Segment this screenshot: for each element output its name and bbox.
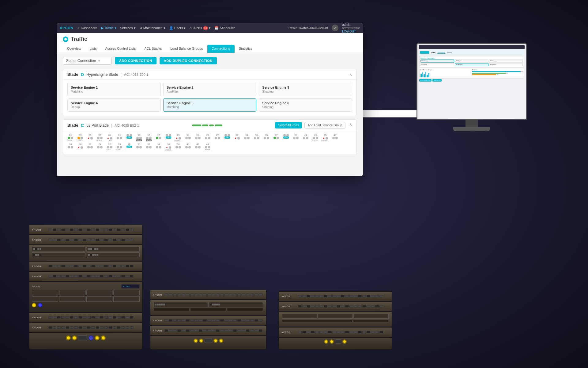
nav-right: Switch: switch-4k-36-220-10 A admin, adm… (288, 23, 360, 33)
port-07[interactable]: 07 okoko... (96, 134, 104, 142)
port-23[interactable]: 23 (194, 134, 202, 142)
nav-dashboard[interactable]: ✓ Dashboard (77, 26, 97, 30)
port-37[interactable]: 37 (272, 134, 281, 142)
traffic-title-row: Traffic (63, 36, 357, 42)
port-25[interactable]: 25 (203, 134, 212, 142)
logout-link[interactable]: LOG OUT (342, 30, 356, 33)
port-44[interactable]: 44 Delete... (203, 143, 212, 151)
port-13[interactable]: 13 10G (135, 134, 143, 142)
browser-window: APCON ✓ Dashboard ▶ Traffic ▾ Services ▾… (57, 23, 363, 176)
port-40[interactable]: 40 (184, 143, 192, 151)
service-engine-3[interactable]: Service Engine 3 Shaping (259, 83, 352, 96)
service-engine-1[interactable]: Service Engine 1 Matching (67, 83, 161, 96)
port-27[interactable]: 27 (213, 134, 222, 142)
service-engine-5[interactable]: Service Engine 5 Matching (163, 98, 257, 112)
port-19[interactable]: 19 ▲ markL... (174, 134, 183, 142)
port-39[interactable]: 39 (292, 134, 300, 142)
port-15[interactable]: 15 10G (145, 134, 153, 142)
port-21[interactable]: 21 (184, 134, 192, 142)
add-load-balance-button[interactable]: Add Load Balance Group (304, 122, 345, 128)
service-engine-6[interactable]: Service Engine 6 Shaping (259, 98, 352, 112)
port-34[interactable]: 34 (154, 143, 163, 151)
select-all-ports-button[interactable]: Select All Ports (275, 122, 302, 128)
content-area: Select Connection ▾ ADD CONNECTION ADD D… (57, 53, 363, 159)
rack-center-assembly: APCON (150, 290, 266, 350)
port-10g-c[interactable]: 10G (223, 134, 232, 142)
progress-green-3 (209, 125, 214, 126)
port-41[interactable]: 41 (301, 134, 310, 142)
blade-d-collapse[interactable]: ∧ (349, 72, 352, 77)
add-duplex-button[interactable]: ADD DUPLEX CONNECTION (160, 57, 217, 64)
page-title: Traffic (71, 36, 87, 42)
port-10g-a[interactable]: 10G (125, 134, 134, 142)
rack-base (29, 333, 142, 350)
port-30[interactable]: 30 (135, 143, 143, 151)
port-45[interactable]: 45 ▲ Delete... (321, 134, 330, 142)
rack-unit-1u-4: APCON (29, 271, 142, 281)
port-43[interactable]: 43 TestSp... (311, 134, 320, 142)
nav-traffic[interactable]: ▶ Traffic ▾ (101, 26, 116, 30)
select-connection-dropdown[interactable]: Select Connection ▾ (63, 57, 112, 65)
monitor-stand-neck (466, 120, 478, 127)
port-38[interactable]: 38 (174, 143, 183, 151)
port-24[interactable]: 24 (96, 143, 104, 151)
port-31[interactable]: 31 (243, 134, 251, 142)
tab-overview[interactable]: Overview (63, 45, 85, 53)
port-28-10g[interactable]: 10G (125, 143, 134, 151)
port-36[interactable]: 36 ▲ TestSp... (164, 143, 173, 151)
port-09[interactable]: 09 ▲ C09 (105, 134, 114, 142)
port-42[interactable]: 42 (194, 143, 202, 151)
tab-acl[interactable]: Access Control Lists (101, 45, 140, 53)
monitor-nav-bar (419, 45, 525, 49)
rack-right-1u-2: APCON (279, 301, 392, 311)
tab-load-balance[interactable]: Load Balance Groups (166, 45, 207, 53)
port-29[interactable]: 29 ▲ (233, 134, 241, 142)
port-47[interactable]: 47 (331, 134, 339, 142)
toolbar: Select Connection ▾ ADD CONNECTION ADD D… (63, 57, 357, 65)
progress-green-1 (192, 125, 201, 126)
port-05[interactable]: 05 ▲ (86, 134, 94, 142)
nav-scheduler[interactable]: 📅 Scheduler (214, 26, 235, 30)
progress-green-2 (202, 125, 208, 126)
alerts-badge: 10 (203, 26, 208, 30)
blade-c-collapse[interactable]: ∧ (349, 122, 352, 128)
tab-acl-stacks[interactable]: ACL Stacks (140, 45, 166, 53)
rack-right-2u (279, 312, 392, 327)
rack-center-1u-2: APCON (150, 316, 266, 325)
port-17[interactable]: 17 (154, 134, 163, 142)
rack-unit-1u-3: APCON (29, 261, 142, 271)
port-10g-d[interactable]: 10G (282, 134, 290, 142)
port-33[interactable]: 33 (252, 134, 261, 142)
nav-users[interactable]: 👤 Users ▾ (169, 26, 186, 30)
rack-right: APCON APCON (279, 291, 392, 350)
port-26[interactable]: 26 markL... (105, 143, 114, 151)
rack-unit-1u-6: APCON (29, 323, 142, 332)
service-engine-4[interactable]: Service Engine 4 Dedup (67, 98, 161, 112)
port-28[interactable]: 28 markL... (115, 143, 124, 151)
port-35[interactable]: 35 (262, 134, 271, 142)
port-03[interactable]: 03 12345... (76, 134, 85, 142)
monitor-buttons: ADD CONNECTION ADD DUPLEX (419, 79, 524, 82)
tab-connections[interactable]: Connections (207, 45, 235, 53)
port-01[interactable]: 01 Port n... (66, 134, 75, 142)
nav-alerts[interactable]: ⚠ Alerts 10 ▾ (189, 26, 211, 30)
monitor: Traffic Connections Statistics Blade D —… (417, 43, 527, 131)
port-10g-b[interactable]: 10G (164, 134, 173, 142)
blade-d-section: Blade D HyperEngine Blade | ACI-4033-E00… (63, 69, 357, 116)
port-20[interactable]: 20 ▲ (76, 143, 85, 151)
port-32[interactable]: 32 (145, 143, 153, 151)
service-engine-2[interactable]: Service Engine 2 AppFilter (163, 83, 257, 96)
port-22[interactable]: 22 (86, 143, 94, 151)
port-18[interactable]: 18 (66, 143, 75, 151)
add-connection-button[interactable]: ADD CONNECTION (115, 57, 156, 64)
tab-lists[interactable]: Lists (85, 45, 101, 53)
blade-c-progress (192, 125, 222, 126)
nav-maintenance[interactable]: ⚙ Maintenance ▾ (139, 26, 165, 30)
tab-statistics[interactable]: Statistics (235, 45, 257, 53)
blade-c-title: Blade C 52 Port Blade | ACI-4030-E52-1 (67, 123, 139, 128)
blade-c-id: ACI-4030-E52-1 (115, 124, 139, 127)
nav-bar: APCON ✓ Dashboard ▶ Traffic ▾ Services ▾… (57, 23, 363, 33)
blade-c-type: 52 Port Blade (86, 123, 109, 128)
port-11[interactable]: 11 (115, 134, 124, 142)
nav-services[interactable]: Services ▾ (120, 26, 136, 30)
